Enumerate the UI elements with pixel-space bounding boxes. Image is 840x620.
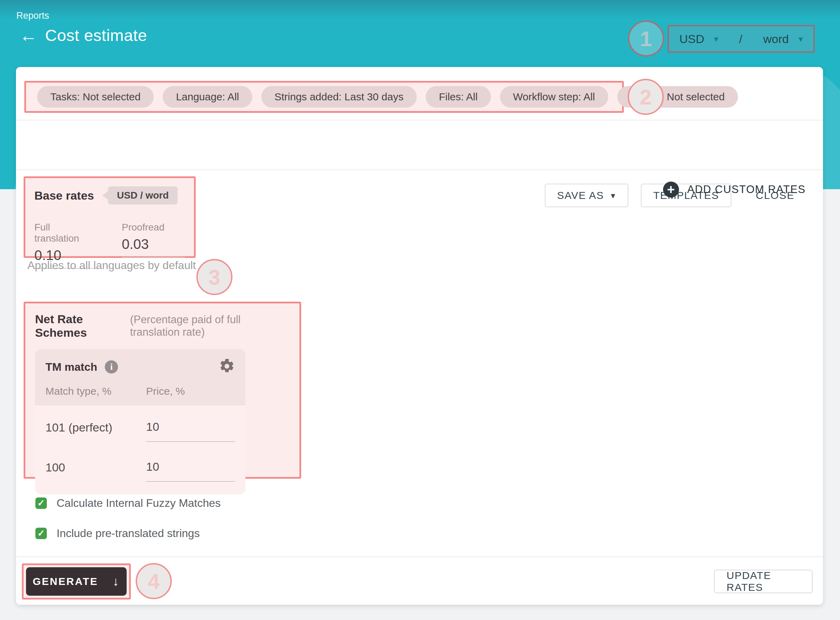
info-icon[interactable]: i xyxy=(105,360,118,373)
chevron-down-icon: ▾ xyxy=(714,34,718,44)
back-arrow-icon[interactable]: ← xyxy=(20,26,38,44)
match-type-value: 100 xyxy=(45,460,146,474)
price-input[interactable]: 10 xyxy=(146,420,235,442)
option-label: Calculate Internal Fuzzy Matches xyxy=(57,497,220,510)
update-rates-label: UPDATE RATES xyxy=(726,570,800,593)
currency-unit-badge: USD / word xyxy=(108,187,178,205)
cost-estimate-page: Reports ← Cost estimate 1 USD ▾ / word ▾… xyxy=(0,0,840,620)
price-column-header: Price, % xyxy=(146,385,185,397)
plus-icon: + xyxy=(663,182,679,197)
filters-annotation-box: Tasks: Not selected Language: All String… xyxy=(24,81,624,113)
add-custom-rates-label: ADD CUSTOM RATES xyxy=(687,183,806,196)
match-type-value: 101 (perfect) xyxy=(45,420,146,434)
page-title: Cost estimate xyxy=(45,26,147,45)
currency-unit-separator: / xyxy=(718,32,763,46)
gear-icon[interactable] xyxy=(219,358,235,376)
tm-match-title: TM match xyxy=(45,361,97,373)
generate-label: GENERATE xyxy=(33,576,98,587)
net-rate-schemes-subtitle: (Percentage paid of full translation rat… xyxy=(130,313,290,339)
match-type-column-header: Match type, % xyxy=(45,385,146,397)
download-arrow-icon: ↓ xyxy=(113,574,120,589)
proofread-label: Proofread xyxy=(122,222,185,233)
filter-chip-strings-added[interactable]: Strings added: Last 30 days xyxy=(261,86,417,108)
annotation-marker-1: 1 xyxy=(628,21,664,57)
tm-match-row: 100 10 xyxy=(45,460,235,482)
divider xyxy=(16,120,823,120)
filter-chip-workflow-step[interactable]: Workflow step: All xyxy=(500,86,608,108)
base-rates-annotation-box: Base rates USD / word Full translation 0… xyxy=(24,176,196,258)
report-settings-card: Tasks: Not selected Language: All String… xyxy=(16,67,823,605)
save-as-label: SAVE AS xyxy=(557,190,604,201)
breadcrumb[interactable]: Reports xyxy=(16,11,49,21)
unit-select[interactable]: word ▾ xyxy=(764,32,803,46)
checkbox-checked-icon[interactable]: ✓ xyxy=(35,528,47,539)
add-custom-rates-button[interactable]: + ADD CUSTOM RATES xyxy=(663,182,806,197)
annotation-marker-3: 3 xyxy=(196,259,232,295)
generate-annotation-box: GENERATE ↓ xyxy=(22,563,131,599)
price-input[interactable]: 10 xyxy=(146,460,235,482)
update-rates-button[interactable]: UPDATE RATES xyxy=(714,570,813,593)
checkbox-checked-icon[interactable]: ✓ xyxy=(35,497,47,509)
option-label: Include pre-translated strings xyxy=(57,527,200,540)
footer-divider xyxy=(16,557,823,557)
proofread-input[interactable]: 0.03 xyxy=(122,236,185,257)
annotation-marker-2: 2 xyxy=(628,79,664,115)
net-rate-schemes-annotation-box: Net Rate Schemes (Percentage paid of ful… xyxy=(24,302,301,479)
base-rates-note: Applies to all languages by default xyxy=(27,259,196,272)
net-rate-schemes-title: Net Rate Schemes xyxy=(35,312,123,340)
save-as-button[interactable]: SAVE AS ▾ xyxy=(545,184,628,207)
chevron-down-icon: ▾ xyxy=(611,191,616,201)
tm-match-card: TM match i Match type, % Price, % xyxy=(35,349,245,494)
unit-value: word xyxy=(764,32,789,46)
generate-button[interactable]: GENERATE ↓ xyxy=(26,567,127,596)
filter-chip-files[interactable]: Files: All xyxy=(426,86,491,108)
full-translation-label: Full translation xyxy=(34,222,98,244)
currency-select[interactable]: USD ▾ xyxy=(680,32,718,46)
filter-chip-language[interactable]: Language: All xyxy=(163,86,252,108)
base-rates-title: Base rates xyxy=(34,189,94,202)
include-pre-translated-strings-option[interactable]: ✓ Include pre-translated strings xyxy=(35,527,220,540)
calculate-internal-fuzzy-matches-option[interactable]: ✓ Calculate Internal Fuzzy Matches xyxy=(35,497,220,510)
currency-value: USD xyxy=(680,32,704,46)
currency-unit-annotation-box: USD ▾ / word ▾ xyxy=(668,25,814,53)
filter-chip-tasks[interactable]: Tasks: Not selected xyxy=(37,86,154,108)
tm-match-row: 101 (perfect) 10 xyxy=(45,420,235,442)
chevron-down-icon: ▾ xyxy=(798,34,803,44)
annotation-marker-4: 4 xyxy=(136,563,172,599)
divider xyxy=(16,169,823,170)
